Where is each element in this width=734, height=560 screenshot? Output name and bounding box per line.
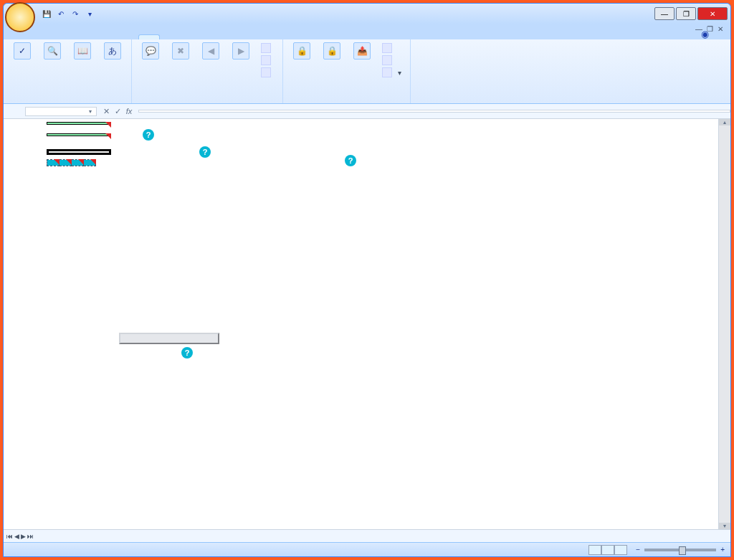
ribbon-tabs: ◉ [4,24,730,39]
show-ink[interactable] [258,67,277,78]
cancel-formula-icon[interactable]: ✕ [101,107,111,116]
shift-table [47,159,96,166]
accept-formula-icon[interactable]: ✓ [113,107,123,116]
help-icon[interactable]: ? [181,347,193,359]
worksheet-area: ? ? ? [4,119,730,529]
new-comment-button[interactable]: 💬 [136,41,165,62]
redo-icon[interactable]: ↷ [70,8,81,19]
quick-access-toolbar: 💾 ↶ ↷ ▾ [41,8,95,19]
mdi-restore[interactable]: ❐ [705,25,715,33]
vertical-scrollbar[interactable] [718,119,730,529]
first-day-value[interactable] [47,122,111,125]
active-cell[interactable] [47,149,111,155]
show-all-comments[interactable] [258,54,277,66]
tab-review[interactable] [138,34,160,39]
formula-bar: ✕ ✓ fx [4,104,730,119]
qat-menu-icon[interactable]: ▾ [84,8,95,19]
previous-comment-button[interactable]: ◀ [196,41,225,62]
mdi-close[interactable]: ✕ [716,25,725,33]
close-button[interactable]: ✕ [697,7,728,20]
tour-table [361,133,726,166]
sheet-tabs-bar: ⏮ ◀ ▶ ⏭ [4,529,730,542]
translate-button[interactable]: あ [98,41,127,62]
fx-icon[interactable]: fx [124,107,134,116]
undo-icon[interactable]: ↶ [55,8,67,19]
formula-input[interactable] [138,110,730,113]
mdi-minimize[interactable]: — [694,25,704,33]
next-comment-button[interactable]: ▶ [227,41,255,62]
delete-comment-button[interactable]: ✖ [166,41,195,62]
help-icon[interactable]: ? [143,129,154,141]
normal-view-button[interactable] [588,545,601,555]
page-layout-view-button[interactable] [601,545,614,555]
zoom-slider[interactable] [644,549,716,551]
next-sheet-button[interactable]: ▶ [21,533,26,540]
shift-start-header [59,160,72,166]
page-break-view-button[interactable] [614,545,627,555]
titlebar: 💾 ↶ ↷ ▾ — ❐ ✕ [4,4,730,24]
paid-hours-header [84,160,96,166]
help-icon[interactable]: ? [199,146,211,158]
worksheet[interactable]: ? ? ? [4,119,730,529]
research-button[interactable]: 🔍 [38,41,67,62]
maximize-button[interactable]: ❐ [676,7,696,20]
leg-days-value[interactable] [47,133,111,136]
spelling-button[interactable]: ✓ [8,41,37,62]
last-sheet-button[interactable]: ⏭ [27,533,34,540]
track-changes[interactable]: ▾ [379,67,404,78]
ribbon: ✓ 🔍 📖 あ 💬 ✖ ◀ ▶ 🔒 [4,39,730,104]
thesaurus-button[interactable]: 📖 [68,41,97,62]
office-button[interactable] [5,2,35,32]
first-sheet-button[interactable]: ⏮ [6,533,13,540]
zoom-out-button[interactable]: − [636,546,640,554]
show-hide-comment[interactable] [258,42,277,54]
protect-share-workbook[interactable] [379,42,404,54]
allow-edit-ranges[interactable] [379,54,404,66]
protect-workbook-button[interactable]: 🔒 [318,41,346,62]
save-icon[interactable]: 💾 [41,8,52,19]
minimize-button[interactable]: — [654,7,675,20]
prev-sheet-button[interactable]: ◀ [14,533,19,540]
protect-sheet-button[interactable]: 🔒 [287,41,316,62]
sort-employees-button[interactable] [119,333,219,344]
name-box[interactable] [25,107,97,116]
help-icon[interactable]: ? [345,155,356,166]
shift-name-header [47,160,59,166]
app-window: 💾 ↶ ↷ ▾ — ❐ ✕ ◉ — ❐ ✕ ✓ 🔍 📖 [3,3,731,557]
status-bar: − + [4,542,730,556]
zoom-in-button[interactable]: + [720,546,725,554]
share-workbook-button[interactable]: 📤 [348,41,376,62]
shift-stop-header [72,160,84,166]
